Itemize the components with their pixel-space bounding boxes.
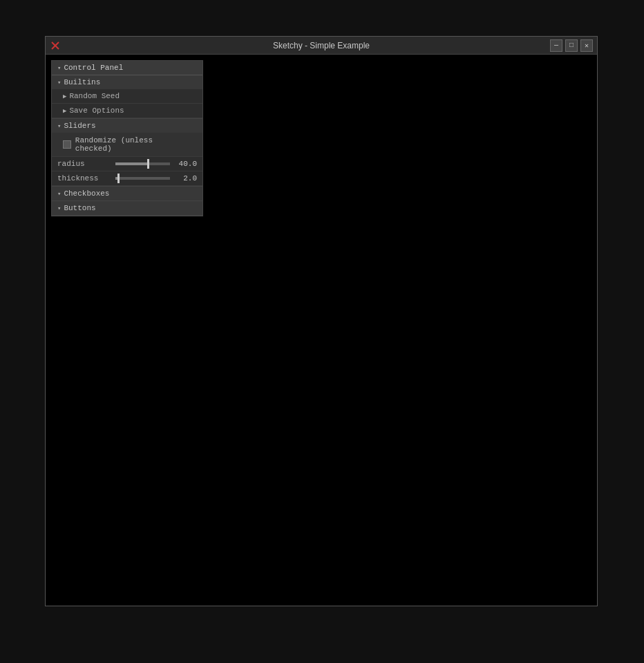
random-seed-arrow: ▶ (63, 93, 66, 100)
thickness-label: thickness (57, 174, 113, 183)
checkboxes-label: Checkboxes (64, 189, 109, 198)
save-options-item[interactable]: ▶ Save Options (52, 104, 202, 118)
radius-slider-track[interactable] (115, 162, 170, 165)
checkboxes-arrow: ▾ (57, 190, 61, 198)
section-builtins: ▾ Builtins ▶ Random Seed ▶ Save Options (52, 75, 202, 119)
radius-label: radius (57, 160, 113, 168)
radius-value: 40.0 (173, 160, 197, 168)
thickness-slider-row: thickness 2.0 (52, 171, 202, 186)
app-logo (50, 40, 61, 51)
sliders-content: Randomize (unless checked) radius 40.0 (52, 133, 202, 186)
radius-slider-thumb[interactable] (147, 159, 149, 169)
close-button[interactable]: ✕ (580, 39, 593, 52)
titlebar-left (50, 40, 61, 51)
save-options-label: Save Options (69, 106, 124, 115)
randomize-checkbox[interactable] (63, 140, 71, 149)
sliders-arrow: ▾ (57, 122, 61, 130)
buttons-label: Buttons (64, 204, 95, 212)
thickness-slider-track[interactable] (115, 177, 170, 180)
titlebar: Sketchy - Simple Example — □ ✕ (46, 37, 597, 55)
thickness-value: 2.0 (173, 174, 197, 183)
save-options-arrow: ▶ (63, 107, 66, 115)
desktop: Sketchy - Simple Example — □ ✕ ▾ Control… (0, 0, 644, 663)
sliders-label: Sliders (64, 122, 95, 130)
randomize-label: Randomize (unless checked) (75, 136, 191, 153)
buttons-header[interactable]: ▾ Buttons (52, 201, 202, 215)
window-title: Sketchy - Simple Example (273, 41, 370, 50)
section-buttons: ▾ Buttons (52, 201, 202, 216)
control-panel: ▾ Control Panel ▾ Builtins ▶ Random Seed… (51, 60, 203, 216)
panel-arrow: ▾ (57, 64, 61, 72)
random-seed-label: Random Seed (69, 92, 120, 100)
builtins-arrow: ▾ (57, 79, 61, 86)
builtins-header[interactable]: ▾ Builtins (52, 75, 202, 89)
buttons-arrow: ▾ (57, 205, 61, 212)
minimize-button[interactable]: — (550, 39, 562, 52)
window-content: ▾ Control Panel ▾ Builtins ▶ Random Seed… (46, 55, 597, 606)
section-checkboxes: ▾ Checkboxes (52, 187, 202, 201)
randomize-row: Randomize (unless checked) (52, 133, 202, 157)
section-sliders: ▾ Sliders Randomize (unless checked) rad… (52, 119, 202, 187)
builtins-label: Builtins (64, 78, 100, 86)
panel-header[interactable]: ▾ Control Panel (52, 61, 202, 75)
thickness-slider-thumb[interactable] (117, 174, 120, 183)
radius-slider-fill (115, 162, 148, 165)
radius-slider-row: radius 40.0 (52, 157, 202, 171)
random-seed-item[interactable]: ▶ Random Seed (52, 89, 202, 104)
maximize-button[interactable]: □ (565, 39, 578, 52)
main-window: Sketchy - Simple Example — □ ✕ ▾ Control… (45, 36, 598, 606)
panel-title: Control Panel (64, 64, 123, 72)
checkboxes-header[interactable]: ▾ Checkboxes (52, 187, 202, 200)
titlebar-buttons: — □ ✕ (550, 39, 593, 52)
sliders-header[interactable]: ▾ Sliders (52, 119, 202, 133)
